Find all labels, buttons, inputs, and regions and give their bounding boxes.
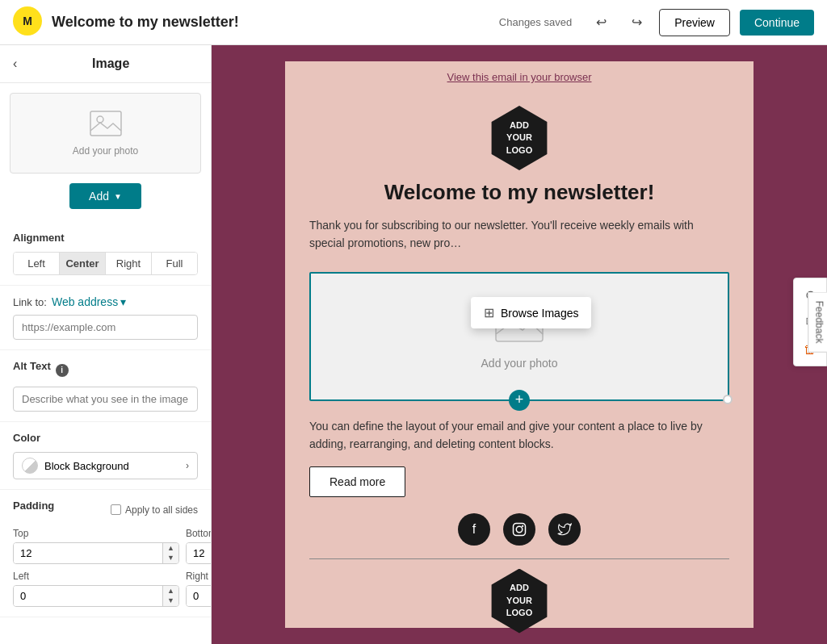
back-button[interactable]: ‹	[13, 56, 17, 71]
add-block-button[interactable]: +	[509, 390, 530, 411]
image-upload-area[interactable]: Add your photo	[10, 93, 201, 174]
padding-left-decrement[interactable]: ▼	[163, 596, 178, 607]
alignment-label: Alignment	[13, 232, 198, 244]
svg-text:M: M	[23, 15, 32, 27]
alt-text-input[interactable]	[13, 387, 198, 412]
twitter-icon[interactable]	[548, 513, 581, 546]
email-bottom-logo: ADD YOUR LOGO	[309, 569, 729, 644]
alt-text-section: Alt Text i	[0, 350, 211, 422]
svg-point-7	[516, 526, 523, 533]
alignment-section: Alignment Left Center Right Full	[0, 222, 211, 286]
link-type-chevron-icon: ▾	[120, 295, 126, 308]
padding-grid: Top ▲ ▼ Bottom ▲ ▼	[13, 528, 198, 607]
feedback-tab[interactable]: Feedback	[808, 292, 827, 353]
email-logo-area: ADD YOUR LOGO	[285, 93, 754, 180]
alt-text-info-icon[interactable]: i	[56, 364, 69, 377]
padding-left-label: Left	[13, 571, 179, 582]
instagram-icon[interactable]	[503, 513, 535, 546]
email-lower-section: You can define the layout of your email …	[285, 408, 754, 644]
padding-left-increment[interactable]: ▲	[163, 586, 178, 596]
color-swatch	[22, 458, 38, 474]
link-label: Link to:	[13, 296, 47, 308]
padding-top-increment[interactable]: ▲	[163, 543, 178, 554]
color-value: Block Background	[44, 460, 129, 472]
apply-all-checkbox[interactable]	[111, 504, 121, 515]
padding-bottom-field: Bottom ▲ ▼	[186, 528, 212, 564]
padding-right-field: Right ▲ ▼	[186, 571, 212, 607]
email-container: View this email in your browser ADD YOUR…	[285, 61, 754, 628]
resize-handle[interactable]	[723, 395, 733, 404]
svg-rect-2	[90, 111, 121, 136]
email-intro-text: Thank you for subscribing to our newslet…	[309, 216, 729, 253]
app-header: M Welcome to my newsletter! Changes save…	[0, 0, 827, 45]
link-section: Link to: Web address ▾	[0, 286, 211, 350]
email-image-block[interactable]: Add your photo +	[309, 272, 729, 401]
browse-images-icon: ⊞	[484, 305, 494, 320]
facebook-icon[interactable]: f	[458, 513, 490, 546]
email-divider	[309, 558, 729, 559]
logo-hexagon: ADD YOUR LOGO	[487, 106, 552, 170]
content-area: View this email in your browser ADD YOUR…	[212, 45, 827, 644]
link-row: Link to: Web address ▾	[13, 295, 198, 308]
padding-left-input[interactable]	[14, 586, 162, 606]
redo-button[interactable]: ↪	[623, 10, 649, 36]
color-label: Color	[13, 432, 198, 444]
sidebar-title: Image	[23, 56, 198, 71]
apply-all-label: Apply to all sides	[125, 504, 198, 516]
align-center-button[interactable]: Center	[60, 253, 106, 274]
color-section: Color Block Background ›	[0, 422, 211, 490]
alt-text-label: Alt Text	[13, 360, 51, 372]
color-dropdown[interactable]: Block Background ›	[13, 452, 198, 479]
add-btn-chevron-icon: ▼	[114, 192, 122, 201]
padding-right-input[interactable]	[187, 586, 212, 606]
main-layout: ‹ Image Add your photo Add ▼ Alignment	[0, 45, 827, 644]
sidebar-header: ‹ Image	[0, 45, 211, 83]
alignment-group: Left Center Right Full	[13, 252, 198, 275]
padding-top-decrement[interactable]: ▼	[163, 554, 178, 564]
align-full-button[interactable]: Full	[152, 253, 197, 274]
apply-all-row: Apply to all sides	[111, 504, 198, 516]
bottom-logo-hexagon: ADD YOUR LOGO	[487, 569, 552, 634]
email-heading: Welcome to my newsletter!	[309, 180, 729, 205]
browse-images-label: Browse Images	[501, 307, 578, 320]
read-more-button[interactable]: Read more	[309, 466, 405, 497]
align-left-button[interactable]: Left	[14, 253, 60, 274]
padding-left-field: Left ▲ ▼	[13, 571, 179, 607]
email-body: Welcome to my newsletter! Thank you for …	[285, 180, 754, 269]
padding-right-label: Right	[186, 571, 212, 582]
page-title: Welcome to my newsletter!	[52, 14, 489, 31]
padding-top-input[interactable]	[14, 543, 162, 563]
add-btn-wrap: Add ▼	[10, 183, 201, 209]
padding-top-label: Top	[13, 528, 179, 539]
social-icons-row: f	[309, 513, 729, 546]
padding-section: Padding Apply to all sides Top ▲ ▼	[0, 490, 211, 617]
padding-label: Padding	[13, 500, 54, 512]
view-browser-link[interactable]: View this email in your browser	[285, 61, 754, 93]
padding-bottom-input[interactable]	[187, 543, 212, 563]
link-type-dropdown[interactable]: Web address ▾	[52, 295, 126, 308]
align-right-button[interactable]: Right	[106, 253, 152, 274]
mailchimp-logo: M	[13, 6, 42, 38]
svg-point-8	[522, 525, 523, 526]
add-photo-label: Add your photo	[73, 145, 138, 157]
sidebar: ‹ Image Add your photo Add ▼ Alignment	[0, 45, 212, 644]
continue-button[interactable]: Continue	[740, 10, 814, 36]
image-placeholder-icon	[90, 111, 122, 142]
email-lower-text: You can define the layout of your email …	[309, 417, 729, 454]
padding-top-field: Top ▲ ▼	[13, 528, 179, 564]
save-status: Changes saved	[499, 16, 572, 28]
browse-images-popup[interactable]: ⊞ Browse Images	[471, 297, 591, 328]
undo-button[interactable]: ↩	[588, 10, 614, 36]
padding-bottom-label: Bottom	[186, 528, 212, 539]
link-url-input[interactable]	[13, 315, 198, 340]
email-image-caption: Add your photo	[481, 357, 558, 370]
alt-text-row: Alt Text i	[13, 360, 198, 380]
add-button[interactable]: Add ▼	[69, 183, 141, 209]
color-dropdown-arrow-icon: ›	[186, 460, 189, 471]
padding-header: Padding Apply to all sides	[13, 500, 198, 520]
preview-button[interactable]: Preview	[659, 9, 730, 36]
svg-rect-6	[514, 523, 526, 535]
